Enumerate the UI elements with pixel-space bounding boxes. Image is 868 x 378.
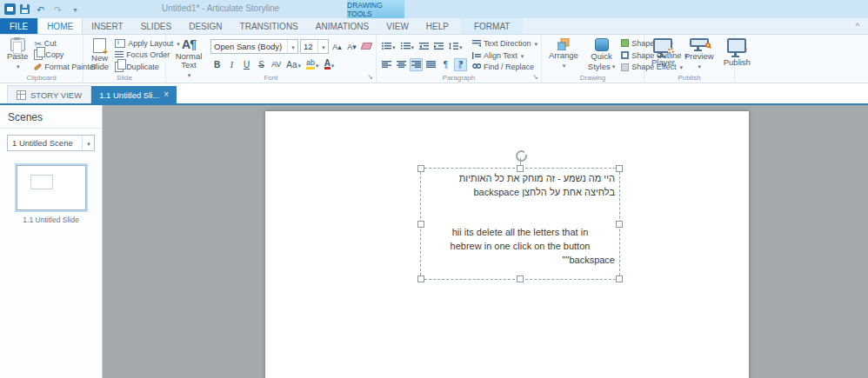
preview-button[interactable]: Preview [681,37,718,72]
arrange-icon [558,38,570,50]
tab-animations[interactable]: ANIMATIONS [307,18,377,34]
normal-text-button[interactable]: Normal Text [170,37,208,72]
font-size-combobox[interactable]: 12 [300,39,329,54]
textbox-content[interactable]: היי מה נשמע - זה מוחק את כל האותיות בלחי… [421,169,619,269]
slide-tab-active[interactable]: 1.1 Untitled Sli... × [91,86,177,103]
grow-font-button[interactable] [331,40,344,53]
textbox-line: היי מה נשמע - זה מוחק את כל האותיות [425,171,615,185]
tab-transitions[interactable]: TRANSITIONS [231,18,307,34]
slide-thumbnail-label: 1.1 Untitled Slide [0,216,102,224]
align-center-button[interactable] [395,58,408,71]
font-color-button[interactable]: A [323,58,337,71]
strikethrough-button[interactable]: S [255,58,268,71]
slide-canvas: היי מה נשמע - זה מוחק את כל האותיות בלחי… [103,105,868,378]
new-slide-button[interactable]: New Slide [87,37,112,72]
tab-design[interactable]: DESIGN [180,18,230,34]
text-highlight-icon: ab [306,59,315,70]
publish-button[interactable]: ↑ Publish [720,37,754,72]
align-justify-button[interactable] [424,58,437,71]
character-spacing-button[interactable]: AV [270,58,283,71]
clipboard-group: Paste Cut Copy Format Painter Clipboard [0,35,83,83]
clear-formatting-button[interactable] [360,40,373,53]
shape-outline-icon [621,51,629,59]
resize-handle-top-right[interactable] [616,165,623,172]
slide[interactable]: היי מה נשמע - זה מוחק את כל האותיות בלחי… [265,111,749,378]
copy-icon [34,50,43,60]
text-direction-button[interactable]: Text Direction [472,38,537,49]
publish-group-label: Publish [644,74,734,82]
close-tab-icon[interactable]: × [164,90,169,99]
rotate-handle-icon[interactable] [516,150,527,162]
redo-icon[interactable] [51,3,64,16]
tab-view[interactable]: VIEW [377,18,417,34]
arrange-button[interactable]: Arrange [545,37,582,72]
numbering-button[interactable] [399,40,417,53]
resize-handle-top-left[interactable] [417,165,424,172]
shape-effect-icon [621,63,629,71]
story-view-grid-icon [17,90,26,100]
tab-slides[interactable]: SLIDES [132,18,181,34]
tab-insert[interactable]: INSERT [83,18,132,34]
tab-help[interactable]: HELP [417,18,457,34]
text-direction-caret-icon [534,39,538,48]
selected-textbox[interactable]: היי מה נשמע - זה מוחק את כל האותיות בלחי… [420,168,620,280]
font-name-combobox[interactable]: Open Sans (Body) [210,39,298,54]
shrink-font-icon [347,42,357,51]
slide-thumbnail[interactable] [15,163,88,212]
scenes-panel: Scenes 1 Untitled Scene 1.1 Untitled Sli… [0,105,103,378]
italic-button[interactable]: I [225,58,238,71]
align-text-button[interactable]: Align Text [472,50,537,61]
resize-handle-middle-left[interactable] [417,221,424,228]
bold-button[interactable]: B [210,58,224,71]
rtl-direction-button[interactable] [454,58,467,71]
find-replace-button[interactable]: Find / Replace [472,62,537,72]
resize-handle-bottom-middle[interactable] [517,275,524,282]
duplicate-icon [115,62,124,72]
resize-handle-top-middle[interactable] [517,165,524,172]
paste-icon [10,38,25,51]
textbox-line: ""backspace [425,253,615,267]
bullets-icon [382,43,391,50]
textbox-line: hii its delete all the letters that in [425,225,615,239]
line-spacing-caret-icon [458,42,463,51]
paste-button[interactable]: Paste [3,37,31,72]
align-left-icon [382,61,391,68]
ribbon-tab-row: FILE HOME INSERT SLIDES DESIGN TRANSITIO… [0,18,868,35]
tab-file[interactable]: FILE [0,18,37,34]
underline-button[interactable]: U [240,58,253,71]
align-justify-icon [426,61,436,68]
decrease-indent-button[interactable] [417,40,431,53]
shrink-font-button[interactable] [345,40,358,53]
quick-styles-caret-icon [611,62,616,71]
story-view-tab[interactable]: STORY VIEW [7,85,91,103]
increase-indent-button[interactable] [432,40,445,53]
undo-icon[interactable] [34,3,47,16]
resize-handle-bottom-right[interactable] [616,275,623,282]
bullets-button[interactable] [380,40,397,53]
collapse-ribbon-icon[interactable] [856,22,859,30]
drawing-group: Arrange Quick Styles Shape Fill [542,35,644,83]
clear-formatting-icon [361,43,373,50]
align-left-button[interactable] [380,58,393,71]
slide-thumbnail-textbox [30,175,53,189]
text-highlight-button[interactable]: ab [304,58,321,71]
scene-selector-dropdown[interactable]: 1 Untitled Scene [7,135,95,151]
line-spacing-button[interactable] [447,40,464,53]
quick-access-dropdown-icon[interactable] [69,3,82,17]
app-icon[interactable] [4,3,16,15]
tab-home[interactable]: HOME [37,18,83,34]
paste-caret-icon [16,62,20,71]
change-case-button[interactable]: Aa [284,58,303,71]
align-right-button[interactable] [410,58,423,71]
save-icon[interactable] [20,4,30,14]
resize-handle-bottom-left[interactable] [417,275,424,282]
ribbon: Paste Cut Copy Format Painter Clipboard [0,35,868,83]
resize-handle-middle-right[interactable] [616,221,623,228]
focus-order-icon [115,51,124,58]
textbox-line: hebrew in one click on the button [425,239,615,253]
tab-format[interactable]: FORMAT [461,18,523,34]
player-button[interactable]: Player [648,37,678,72]
publish-group: Player Preview ↑ Publish Publish [644,35,735,83]
quick-styles-button[interactable]: Quick Styles [584,37,618,72]
ltr-direction-button[interactable] [439,58,452,71]
